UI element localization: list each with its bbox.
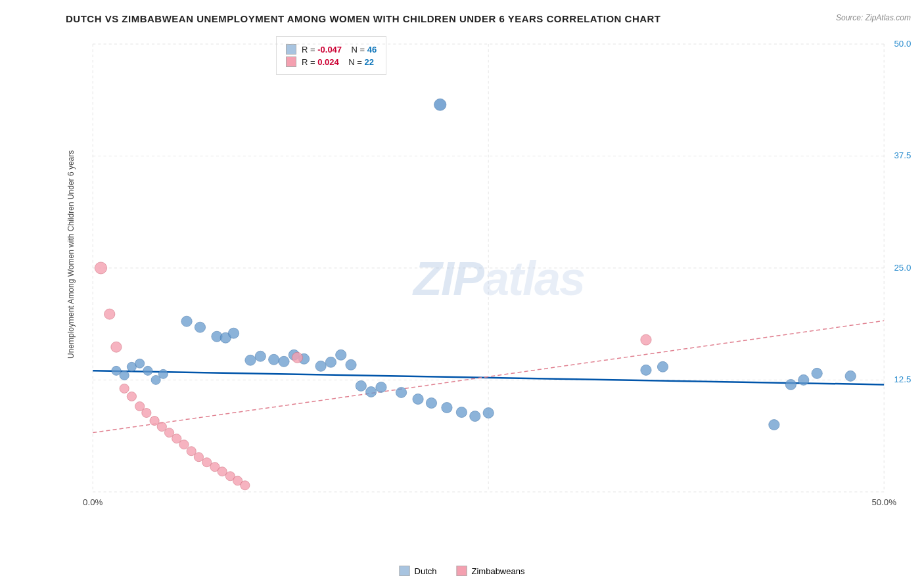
svg-point-68: [187, 447, 196, 456]
svg-point-34: [315, 361, 326, 371]
svg-point-28: [245, 355, 256, 365]
legend-color-dutch: [400, 566, 410, 576]
svg-point-31: [279, 356, 289, 367]
legend-label-dutch: Dutch: [415, 566, 437, 576]
svg-point-50: [657, 361, 668, 372]
svg-point-42: [413, 394, 423, 404]
svg-point-60: [127, 392, 136, 401]
svg-point-77: [641, 334, 651, 345]
svg-point-22: [158, 369, 168, 378]
svg-point-58: [111, 342, 122, 352]
svg-point-76: [292, 352, 302, 363]
svg-point-45: [456, 407, 467, 418]
legend-item-zimbabwean: Zimbabweans: [457, 566, 525, 576]
svg-point-65: [164, 428, 173, 438]
svg-point-39: [365, 386, 376, 397]
svg-point-72: [218, 467, 227, 476]
svg-point-52: [785, 379, 796, 390]
svg-point-55: [845, 371, 856, 381]
svg-point-27: [228, 328, 239, 338]
svg-point-75: [241, 481, 250, 490]
svg-text:50.0%: 50.0%: [894, 39, 911, 49]
svg-point-41: [396, 387, 406, 397]
svg-point-37: [346, 359, 356, 370]
svg-point-47: [483, 408, 494, 418]
svg-text:50.0%: 50.0%: [871, 497, 896, 507]
svg-point-67: [179, 440, 189, 449]
svg-point-69: [194, 453, 203, 462]
svg-point-35: [325, 357, 336, 367]
source-label: Source: ZipAtlas.com: [836, 13, 911, 22]
svg-point-51: [769, 420, 779, 430]
svg-point-36: [336, 349, 346, 360]
svg-point-21: [151, 375, 160, 384]
svg-text:37.5%: 37.5%: [894, 151, 911, 161]
legend-item-dutch: Dutch: [400, 566, 437, 576]
svg-point-30: [269, 354, 279, 365]
svg-point-16: [112, 366, 121, 375]
svg-point-46: [470, 411, 480, 422]
chart-title: DUTCH VS ZIMBABWEAN UNEMPLOYMENT AMONG W…: [66, 13, 911, 24]
svg-point-64: [157, 422, 166, 432]
svg-point-66: [172, 434, 181, 443]
svg-point-44: [442, 402, 452, 413]
svg-point-70: [202, 458, 212, 467]
svg-text:0.0%: 0.0%: [83, 497, 103, 507]
svg-point-19: [135, 359, 144, 368]
svg-point-63: [150, 417, 159, 426]
svg-point-17: [120, 371, 129, 380]
svg-text:25.0%: 25.0%: [894, 263, 911, 273]
scatter-plot: 50.0% 37.5% 25.0% 12.5% 0.0% 50.0%: [53, 31, 911, 531]
bottom-legend: Dutch Zimbabweans: [400, 566, 525, 576]
svg-point-62: [142, 409, 151, 418]
svg-point-23: [181, 316, 192, 327]
chart-container: DUTCH VS ZIMBABWEAN UNEMPLOYMENT AMONG W…: [0, 0, 924, 586]
svg-point-29: [255, 351, 266, 361]
svg-point-20: [143, 366, 152, 375]
legend-label-zimbabwean: Zimbabweans: [472, 566, 525, 576]
svg-point-43: [426, 397, 436, 408]
svg-text:12.5%: 12.5%: [894, 375, 911, 385]
svg-point-48: [434, 99, 446, 110]
svg-point-24: [195, 322, 205, 332]
legend-color-zimbabwean: [457, 566, 467, 576]
svg-point-38: [356, 380, 366, 391]
svg-point-59: [120, 384, 129, 393]
svg-point-49: [641, 365, 651, 375]
svg-point-53: [798, 374, 809, 385]
svg-point-56: [95, 262, 106, 274]
svg-point-57: [104, 309, 115, 319]
chart-area: ZIPatlas 50.0% 37.5% 25.0% 12.5% 0.0: [53, 31, 911, 531]
svg-point-40: [376, 382, 386, 392]
svg-point-54: [812, 368, 822, 378]
